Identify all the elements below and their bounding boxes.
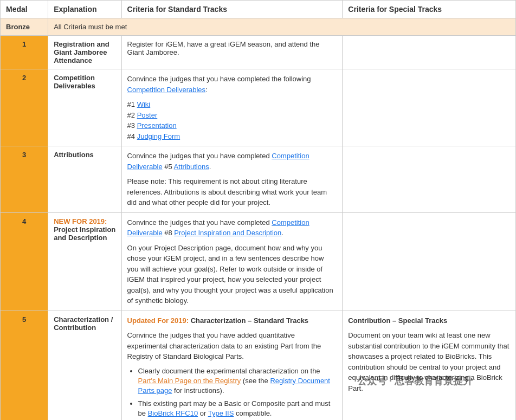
special-criteria-5: Contribution – Special Tracks Document o…	[343, 311, 516, 420]
comp-deliverable-3-link[interactable]: Competition Deliverable	[127, 152, 309, 171]
special-criteria-3	[343, 146, 516, 213]
standard-bullets: Clearly document the experimental charac…	[127, 366, 337, 421]
bronze-criteria: All Criteria must be met	[48, 18, 516, 36]
bullet-2: This existing part may be a Basic or Com…	[138, 399, 337, 418]
explanation-5: Characterization / Contribution	[48, 311, 121, 420]
bronze-section-row: Bronze All Criteria must be met	[1, 18, 516, 36]
standard-criteria-2: Convince the judges that you have comple…	[121, 69, 343, 146]
wiki-link[interactable]: Wiki	[137, 100, 151, 108]
table-row: 5 Characterization / Contribution Update…	[1, 311, 516, 420]
presentation-link[interactable]: Presentation	[137, 121, 177, 130]
standard-criteria-4: Convince the judges that you have comple…	[121, 212, 343, 311]
medal-num-1: 1	[1, 36, 48, 69]
medal-num-3: 3	[1, 146, 48, 213]
attributions-link[interactable]: Attributions	[174, 163, 209, 171]
header-standard: Criteria for Standard Tracks	[121, 1, 343, 18]
bullet-1: Clearly document the experimental charac…	[138, 366, 337, 396]
parts-main-page-link[interactable]: Part's Main Page on the Registry	[138, 377, 241, 385]
bronze-label: Bronze	[6, 23, 30, 31]
judging-form-link[interactable]: Judging Form	[137, 132, 180, 140]
poster-link[interactable]: Poster	[137, 111, 158, 119]
explanation-1: Registration and Giant Jamboree Attendan…	[48, 36, 121, 69]
explanation-3: Attributions	[48, 146, 121, 213]
explanation-4: NEW FOR 2019: Project Inspiration and De…	[48, 212, 121, 311]
table-row: 4 NEW FOR 2019: Project Inspiration and …	[1, 212, 516, 311]
standard-criteria-1: Register for iGEM, have a great iGEM sea…	[121, 36, 343, 69]
standard-criteria-3: Convince the judges that you have comple…	[121, 146, 343, 213]
table-row: 3 Attributions Convince the judges that …	[1, 146, 516, 213]
explanation-2: Competition Deliverables	[48, 69, 121, 146]
special-criteria-4	[343, 212, 516, 311]
new-for-2019-badge: NEW FOR 2019:	[54, 217, 107, 225]
updated-for-2019-badge: Updated For 2019:	[127, 316, 189, 325]
standard-criteria-5: Updated For 2019: Characterization – Sta…	[121, 311, 343, 420]
header-special: Criteria for Special Tracks	[343, 1, 516, 18]
table-row: 2 Competition Deliverables Convince the …	[1, 69, 516, 146]
bronze-medal-cell: Bronze	[1, 18, 48, 36]
competition-deliverables-link[interactable]: Competition Deliverables	[127, 86, 206, 94]
biobrick-rfc10-link[interactable]: BioBrick RFC10	[148, 409, 198, 417]
special-criteria-2	[343, 69, 516, 146]
medal-num-4: 4	[1, 212, 48, 311]
medal-num-2: 2	[1, 69, 48, 146]
contribution-special-title: Contribution – Special Tracks	[348, 316, 447, 325]
table-row: 1 Registration and Giant Jamboree Attend…	[1, 36, 516, 69]
header-explanation: Explanation	[48, 1, 121, 18]
type-iis-link[interactable]: Type IIS	[208, 409, 234, 417]
project-inspiration-link[interactable]: Project Inspiration and Description	[174, 229, 281, 237]
medal-num-5: 5	[1, 311, 48, 420]
header-medal: Medal	[1, 1, 48, 18]
special-criteria-1	[343, 36, 516, 69]
table-header: Medal Explanation Criteria for Standard …	[1, 1, 516, 18]
